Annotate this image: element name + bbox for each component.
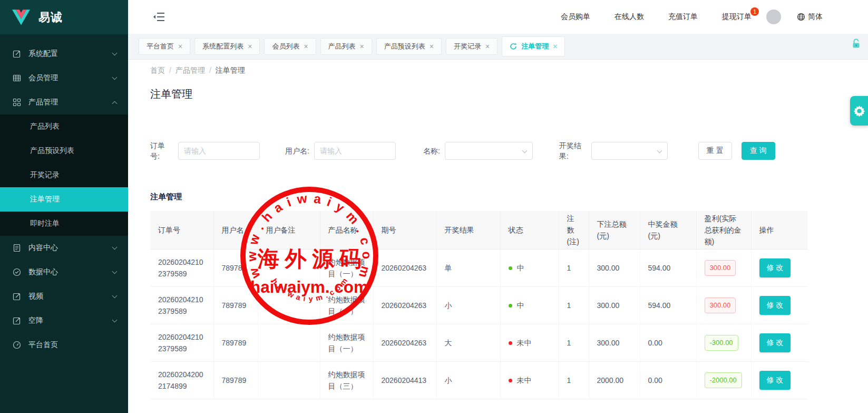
sidebar-item-label: 视频 [28,292,113,301]
edit-button[interactable]: 修 改 [759,296,791,315]
status-text: 未中 [517,339,532,347]
sidebar: 易诚 系统配置 会员管理 产品管理 产品列表 产品预设列表 开奖记录 [0,0,128,413]
sidebar-item-member-mgmt[interactable]: 会员管理 [0,66,128,90]
edit-button[interactable]: 修 改 [759,258,791,277]
language-switcher[interactable]: 简体 [797,12,823,22]
col-draw-result: 开奖结果 [436,211,500,249]
online-users-link[interactable]: 在线人数 [615,12,644,22]
tab-bet-order-mgmt[interactable]: 注单管理× [502,36,565,56]
tab-label: 注单管理 [521,42,549,51]
close-icon[interactable]: × [430,43,434,50]
sidebar-item-content-center[interactable]: 内容中心 [0,236,128,260]
page-content: 首页 / 产品管理 / 注单管理 注单管理 订单号: 用户名: 名称: [128,60,868,399]
sidebar-item-realtime-bets[interactable]: 即时注单 [0,212,128,236]
sidebar-item-platform-home[interactable]: 平台首页 [0,333,128,357]
sidebar-item-product-preset-list[interactable]: 产品预设列表 [0,139,128,163]
cell-win-amount: 0.00 [640,361,696,399]
tab-product-list[interactable]: 产品列表× [320,38,372,55]
refresh-icon[interactable] [510,43,517,50]
sidebar-item-data-center[interactable]: 数据中心 [0,260,128,284]
tab-product-preset-list[interactable]: 产品预设列表× [376,38,442,55]
settings-fab-button[interactable] [850,96,868,126]
sidebar-item-airdrop[interactable]: 空降 [0,309,128,333]
edit-button[interactable]: 修 改 [759,371,791,390]
globe-icon [797,13,805,21]
status-dot-lose [509,379,512,382]
profit-badge: -2000.00 [705,372,742,388]
sidebar-item-video[interactable]: 视频 [0,284,128,309]
cell-actions: 修 改 [751,361,808,399]
edit-square-icon [13,292,21,301]
document-icon [13,244,21,252]
name-select[interactable] [445,142,533,160]
recharge-orders-link[interactable]: 充值订单 [668,12,698,22]
chevron-down-icon [112,318,118,323]
avatar[interactable] [766,9,781,24]
main-area: 会员购单 在线人数 充值订单 提现订单 1 简体 平台首页× 系统配置列表× 会… [128,0,868,413]
table-section-title: 注单管理 [150,192,868,202]
close-icon[interactable]: × [485,43,490,50]
close-icon[interactable]: × [304,43,308,50]
reset-button[interactable]: 重 置 [698,142,732,160]
tab-system-config-list[interactable]: 系统配置列表× [194,38,260,55]
cell-win-amount: 594.00 [640,249,696,286]
cell-issue-no: 20260204263 [373,324,436,361]
cell-order-no: 202602042002174899 [150,361,213,399]
cell-profit: -2000.00 [696,361,751,399]
col-win-amount: 中奖金额(元) [640,211,696,249]
table-row: 202602042102379589 789789 约炮数据项目（一） 2026… [150,249,808,286]
edit-button[interactable]: 修 改 [759,333,791,352]
close-icon[interactable]: × [178,43,182,50]
col-user-remark: 用户备注 [258,211,320,249]
cell-username: 789789 [213,361,258,399]
breadcrumb-product-mgmt[interactable]: 产品管理 [175,66,205,75]
sidebar-item-bet-order-mgmt[interactable]: 注单管理 [0,187,128,212]
topbar: 会员购单 在线人数 充值订单 提现订单 1 简体 [128,0,868,34]
chevron-down-icon [112,75,118,80]
tab-draw-records[interactable]: 开奖记录× [446,38,498,55]
dashboard-icon [13,341,21,349]
tab-member-list[interactable]: 会员列表× [264,38,316,55]
cell-draw-result: 大 [436,324,500,361]
close-icon[interactable]: × [248,43,252,50]
username-input[interactable] [314,142,396,160]
cell-bet-count: 1 [559,361,589,399]
withdraw-orders-link[interactable]: 提现订单 1 [722,12,752,22]
cell-profit: -300.00 [696,324,751,361]
sidebar-item-label: 即时注单 [30,219,60,228]
bet-orders-table: 订单号 用户名 用户备注 产品名称 期号 开奖结果 状态 注数(注) 下注总额(… [150,211,808,399]
tab-label: 产品列表 [328,42,356,51]
sidebar-item-label: 开奖记录 [30,170,60,180]
unlock-icon[interactable] [852,39,861,51]
tab-label: 平台首页 [147,42,174,51]
order-no-input[interactable] [178,142,260,160]
table-row: 202602042102379589 789789 约炮数据项目（一） 2026… [150,324,808,361]
cell-status: 中 [500,286,559,324]
cell-issue-no: 20260204263 [373,286,436,324]
close-icon[interactable]: × [553,43,557,50]
cell-order-no: 202602042102379589 [150,249,213,286]
draw-result-select[interactable] [591,142,668,160]
sidebar-item-draw-records[interactable]: 开奖记录 [0,163,128,187]
tab-platform-home[interactable]: 平台首页× [139,38,190,55]
withdraw-orders-label: 提现订单 [722,12,752,21]
sidebar-item-label: 产品预设列表 [30,146,74,156]
breadcrumb-home[interactable]: 首页 [150,66,165,75]
order-no-label: 订单号: [150,140,173,161]
sidebar-item-label: 会员管理 [28,73,113,83]
sidebar-collapse-icon[interactable] [152,11,166,23]
breadcrumb-separator: / [209,66,211,75]
status-dot-win [509,266,512,270]
breadcrumb-separator: / [169,66,171,75]
search-button[interactable]: 查 询 [742,142,775,160]
sidebar-item-product-mgmt[interactable]: 产品管理 [0,90,128,114]
sidebar-item-label: 空降 [28,316,113,325]
close-icon[interactable]: × [360,43,364,50]
filter-bar: 订单号: 用户名: 名称: 开奖结果: 重 置 查 询 [150,140,868,161]
member-orders-link[interactable]: 会员购单 [561,12,590,22]
sidebar-item-system-config[interactable]: 系统配置 [0,42,128,66]
sidebar-item-label: 产品管理 [28,98,113,107]
tab-label: 产品预设列表 [384,42,425,51]
sidebar-item-product-list[interactable]: 产品列表 [0,114,128,139]
chevron-down-icon [112,51,118,56]
